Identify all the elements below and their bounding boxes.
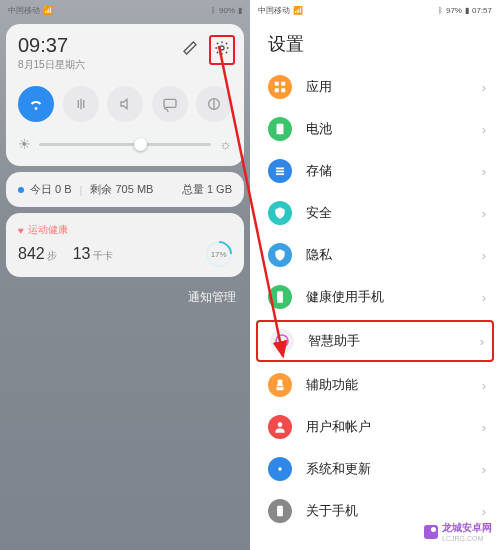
settings-item-icon (268, 75, 292, 99)
settings-item-5[interactable]: 健康使用手机› (250, 276, 500, 318)
settings-item-8[interactable]: 用户和帐户› (250, 406, 500, 448)
settings-item-label: 智慧助手 (308, 332, 466, 350)
settings-item-icon (268, 285, 292, 309)
clock-label: 07:57 (472, 6, 492, 15)
health-card[interactable]: ♥ 运动健康 842步 13千卡 17% (6, 213, 244, 277)
settings-item-icon (268, 499, 292, 523)
svg-point-0 (220, 46, 224, 50)
qs-dark[interactable] (196, 86, 232, 122)
settings-item-label: 应用 (306, 78, 468, 96)
chevron-right-icon: › (482, 420, 486, 435)
brightness-high-icon: ☼ (219, 136, 232, 152)
progress-ring: 17% (201, 236, 238, 273)
notification-mgmt-link[interactable]: 通知管理 (0, 283, 250, 312)
svg-point-13 (278, 422, 283, 427)
chevron-right-icon: › (482, 290, 486, 305)
quick-settings-panel: 09:37 8月15日星期六 (6, 24, 244, 166)
settings-list: 应用›电池›存储›安全›隐私›健康使用手机›智慧助手›辅助功能›用户和帐户›系统… (250, 66, 500, 532)
qs-sound[interactable] (107, 86, 143, 122)
settings-item-label: 电池 (306, 120, 468, 138)
chevron-right-icon: › (482, 248, 486, 263)
qs-data[interactable] (63, 86, 99, 122)
svg-rect-11 (277, 291, 283, 303)
brightness-slider[interactable] (39, 143, 211, 146)
settings-gear-highlight (209, 35, 235, 65)
settings-item-1[interactable]: 电池› (250, 108, 500, 150)
settings-item-9[interactable]: 系统和更新› (250, 448, 500, 490)
settings-item-label: 存储 (306, 162, 468, 180)
battery-icon: ▮ (465, 6, 469, 15)
settings-item-4[interactable]: 隐私› (250, 234, 500, 276)
cal-value: 13 (73, 245, 91, 262)
settings-screenshot: 中国移动 📶 ᛒ 97% ▮ 07:57 设置 应用›电池›存储›安全›隐私›健… (250, 0, 500, 550)
svg-rect-10 (276, 173, 284, 175)
settings-item-label: 健康使用手机 (306, 288, 468, 306)
settings-item-3[interactable]: 安全› (250, 192, 500, 234)
svg-rect-3 (275, 82, 279, 86)
svg-point-14 (278, 467, 282, 471)
svg-rect-4 (281, 82, 285, 86)
settings-item-label: 关于手机 (306, 502, 468, 520)
carrier-label: 中国移动 (8, 5, 40, 16)
gear-icon[interactable] (214, 42, 230, 59)
settings-item-icon (270, 329, 294, 353)
signal-icon: 📶 (43, 6, 53, 15)
signal-icon: 📶 (293, 6, 303, 15)
settings-item-0[interactable]: 应用› (250, 66, 500, 108)
data-today: 今日 0 B (30, 182, 72, 197)
settings-item-icon (268, 243, 292, 267)
chevron-right-icon: › (482, 164, 486, 179)
status-bar: 中国移动 📶 ᛒ 97% ▮ 07:57 (250, 0, 500, 18)
settings-item-icon (268, 415, 292, 439)
page-title: 设置 (250, 18, 500, 66)
settings-item-label: 系统和更新 (306, 460, 468, 478)
svg-rect-9 (276, 170, 284, 172)
status-bar: 中国移动 📶 ᛒ 90% ▮ (0, 0, 250, 18)
watermark-icon (424, 525, 438, 539)
settings-item-7[interactable]: 辅助功能› (250, 364, 500, 406)
settings-item-label: 隐私 (306, 246, 468, 264)
battery-label: 90% (219, 6, 235, 15)
chevron-right-icon: › (482, 122, 486, 137)
battery-label: 97% (446, 6, 462, 15)
settings-item-2[interactable]: 存储› (250, 150, 500, 192)
health-title: ♥ 运动健康 (18, 223, 232, 237)
data-usage-card[interactable]: 今日 0 B | 剩余 705 MB 总量 1 GB (6, 172, 244, 207)
chevron-right-icon: › (482, 378, 486, 393)
chevron-right-icon: › (482, 80, 486, 95)
notification-shade-screenshot: 中国移动 📶 ᛒ 90% ▮ 09:37 8月15日星期六 (0, 0, 250, 550)
svg-rect-7 (277, 124, 284, 135)
settings-item-icon (268, 457, 292, 481)
quick-settings-row (18, 86, 232, 122)
settings-item-label: 辅助功能 (306, 376, 468, 394)
data-remain: 剩余 705 MB (90, 182, 153, 197)
svg-rect-8 (276, 168, 284, 170)
steps-value: 842 (18, 245, 45, 262)
settings-item-label: 用户和帐户 (306, 418, 468, 436)
chevron-right-icon: › (480, 334, 484, 349)
clock-time: 09:37 (18, 34, 85, 57)
qs-cast[interactable] (152, 86, 188, 122)
chevron-right-icon: › (482, 504, 486, 519)
edit-icon[interactable] (182, 40, 198, 60)
chevron-right-icon: › (482, 462, 486, 477)
date-label: 8月15日星期六 (18, 58, 85, 72)
battery-icon: ▮ (238, 6, 242, 15)
svg-rect-5 (275, 88, 279, 92)
settings-item-icon (268, 201, 292, 225)
qs-wifi[interactable] (18, 86, 54, 122)
heart-icon: ♥ (18, 225, 24, 236)
settings-item-label: 安全 (306, 204, 468, 222)
settings-item-6[interactable]: 智慧助手› (256, 320, 494, 362)
watermark: 龙城安卓网 LCJRG.COM (424, 521, 492, 542)
carrier-label: 中国移动 (258, 5, 290, 16)
bluetooth-icon: ᛒ (211, 6, 216, 15)
settings-item-icon (268, 117, 292, 141)
dot-icon (18, 187, 24, 193)
svg-rect-6 (281, 88, 285, 92)
svg-rect-15 (277, 506, 283, 517)
svg-point-12 (276, 335, 288, 347)
settings-item-icon (268, 159, 292, 183)
brightness-row: ☀ ☼ (18, 136, 232, 152)
brightness-low-icon: ☀ (18, 136, 31, 152)
